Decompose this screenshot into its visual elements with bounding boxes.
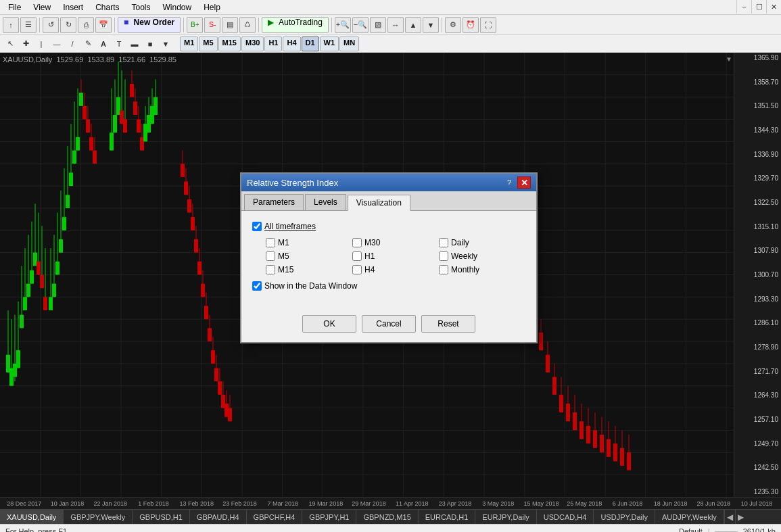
ok-button[interactable]: OK [302, 315, 356, 333]
tf-m15-label[interactable]: M15 [278, 265, 293, 274]
tf-h4[interactable]: H4 [283, 37, 300, 51]
tb-arrow-btn[interactable]: ↑ [3, 17, 19, 33]
menu-tools[interactable]: Tools [126, 1, 156, 14]
tool-crosshair[interactable]: ✚ [18, 37, 33, 51]
dialog-close-button[interactable]: ✕ [517, 176, 531, 189]
dialog-help-button[interactable]: ? [502, 176, 516, 189]
tab-usdcad-h4[interactable]: USDCAD,H4 [537, 510, 594, 524]
svg-rect-76 [66, 195, 70, 208]
autotrading-button[interactable]: ▶ AutoTrading [262, 17, 329, 33]
tab-scroll-left[interactable]: ◀ [724, 510, 735, 524]
cancel-button[interactable]: Cancel [362, 315, 416, 333]
tf-mn[interactable]: MN [339, 37, 359, 51]
menu-view[interactable]: View [28, 1, 56, 14]
svg-rect-89 [93, 151, 97, 164]
rsi-dialog[interactable]: Relative Strength Index ? ✕ Parameters L… [240, 172, 538, 343]
tf-w1[interactable]: W1 [320, 37, 339, 51]
tf-m30-label[interactable]: M30 [364, 238, 380, 247]
maximize-button[interactable]: ☐ [751, 0, 766, 14]
menu-insert[interactable]: Insert [57, 1, 89, 14]
tf-m1-label[interactable]: M1 [278, 238, 289, 247]
tool-text-a[interactable]: A [96, 37, 111, 51]
tf-daily-label[interactable]: Daily [451, 238, 469, 247]
tf-d1[interactable]: D1 [302, 37, 319, 51]
all-timeframes-checkbox[interactable] [252, 222, 262, 231]
tf-m1-checkbox[interactable] [266, 238, 275, 247]
tab-gbpnzd-m15[interactable]: GBPNZD,M15 [356, 510, 418, 524]
tb-screenshot-btn[interactable]: ⛶ [480, 17, 496, 33]
tf-h4-label[interactable]: H4 [364, 265, 375, 274]
tool-horizontal[interactable]: — [49, 37, 64, 51]
tf-h1-label[interactable]: H1 [364, 251, 375, 261]
tf-weekly-label[interactable]: Weekly [451, 251, 477, 261]
tb-zoom-in-btn[interactable]: +🔍 [335, 17, 351, 33]
tab-usdjpy-daily[interactable]: USDJPY,Daily [594, 510, 655, 524]
tb-sell-btn[interactable]: S- [204, 17, 220, 33]
tab-parameters[interactable]: Parameters [244, 194, 304, 210]
tool-trendline[interactable]: / [65, 37, 80, 51]
tf-m15[interactable]: M15 [218, 37, 241, 51]
tb-undo-btn[interactable]: ↺ [43, 17, 59, 33]
tb-zoom-out-btn[interactable]: −🔍 [352, 17, 369, 33]
tf-m15-checkbox[interactable] [266, 265, 275, 274]
tf-m5-label[interactable]: M5 [278, 251, 289, 261]
tf-monthly-checkbox[interactable] [439, 265, 448, 274]
tf-h1-checkbox[interactable] [352, 251, 362, 261]
tf-h1[interactable]: H1 [264, 37, 282, 51]
tf-m1[interactable]: M1 [180, 37, 198, 51]
tab-gbpjpy-weekly[interactable]: GBPJPY,Weekly [64, 510, 133, 524]
tf-m5[interactable]: M5 [199, 37, 217, 51]
menu-help[interactable]: Help [198, 1, 226, 14]
tb-chart-btn[interactable]: ▤ [222, 17, 238, 33]
tb-scroll-btn[interactable]: ↔ [387, 17, 404, 33]
tab-scroll-right[interactable]: ▶ [735, 510, 746, 524]
tb-refresh-btn[interactable]: ♺ [239, 17, 256, 33]
tb-clock-btn[interactable]: ⏰ [463, 17, 479, 33]
menu-file[interactable]: File [3, 1, 26, 14]
show-data-window-checkbox[interactable] [252, 281, 262, 291]
all-timeframes-label[interactable]: All timeframes [264, 222, 316, 231]
tab-visualization[interactable]: Visualization [348, 195, 410, 211]
tool-filled-rect[interactable]: ■ [143, 37, 158, 51]
tb-up-btn[interactable]: ▲ [405, 17, 421, 33]
tf-daily-checkbox[interactable] [439, 238, 448, 247]
menu-window[interactable]: Window [158, 1, 197, 14]
reset-button[interactable]: Reset [421, 315, 475, 333]
tb-print-btn[interactable]: ⎙ [78, 17, 94, 33]
tab-gbpjpy-h1[interactable]: GBPJPY,H1 [302, 510, 356, 524]
price-17: 1249.70 [737, 440, 778, 448]
tf-m30-checkbox[interactable] [352, 238, 362, 247]
tab-xauusd-daily[interactable]: XAUUSD,Daily [0, 510, 64, 524]
minimize-button[interactable]: − [736, 0, 751, 14]
tab-gbpaud-h4[interactable]: GBPAUD,H4 [190, 510, 247, 524]
tool-vertical[interactable]: | [34, 37, 49, 51]
new-order-button[interactable]: ■ New Order [118, 17, 181, 33]
tool-text-t[interactable]: T [112, 37, 126, 51]
tb-period-sep-btn[interactable]: ▧ [370, 17, 386, 33]
tab-audjpy-weekly[interactable]: AUDJPY,Weekly [655, 510, 724, 524]
tool-rect[interactable]: ▬ [127, 37, 142, 51]
tf-m30[interactable]: M30 [241, 37, 264, 51]
show-data-window-label[interactable]: Show in the Data Window [264, 281, 357, 291]
close-button[interactable]: ✕ [766, 0, 781, 14]
tool-pencil[interactable]: ✎ [80, 37, 95, 51]
tb-buy-btn[interactable]: B+ [187, 17, 203, 33]
tb-down-btn[interactable]: ▼ [423, 17, 439, 33]
tab-gbpchf-h4[interactable]: GBPCHF,H4 [247, 510, 303, 524]
tb-printprev-btn[interactable]: 📅 [95, 17, 112, 33]
tb-list-btn[interactable]: ☰ [20, 17, 37, 33]
tb-redo-btn[interactable]: ↻ [60, 17, 76, 33]
tb-indicators-btn[interactable]: ⚙ [445, 17, 461, 33]
tool-dropdown[interactable]: ▼ [158, 37, 173, 51]
tab-gbpusd-h1[interactable]: GBPUSD,H1 [133, 510, 190, 524]
tab-eurjpy-daily[interactable]: EURJPY,Daily [475, 510, 537, 524]
tab-eurcad-h1[interactable]: EURCAD,H1 [419, 510, 476, 524]
tf-h4-checkbox[interactable] [352, 265, 362, 274]
tf-weekly-checkbox[interactable] [439, 251, 448, 261]
window-controls: − ☐ ✕ [736, 0, 781, 15]
tf-m5-checkbox[interactable] [266, 251, 275, 261]
menu-charts[interactable]: Charts [90, 1, 124, 14]
tf-monthly-label[interactable]: Monthly [451, 265, 479, 274]
tool-arrow[interactable]: ↖ [3, 37, 18, 51]
tab-levels[interactable]: Levels [305, 194, 346, 210]
